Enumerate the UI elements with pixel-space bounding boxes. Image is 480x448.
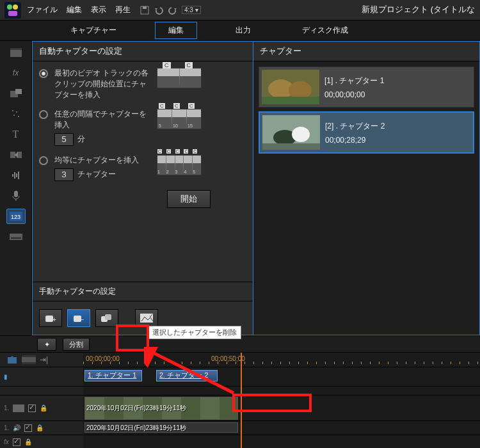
- svg-point-40: [292, 127, 310, 142]
- menu-file[interactable]: ファイル: [27, 4, 58, 15]
- remove-all-chapters-button[interactable]: [95, 309, 118, 327]
- track-number: 1.: [4, 424, 9, 431]
- track-view-icon[interactable]: [22, 355, 36, 364]
- track-lock-icon[interactable]: 🔒: [36, 424, 44, 431]
- svg-rect-46: [13, 404, 24, 412]
- svg-rect-18: [16, 173, 17, 177]
- manual-chapter-header: 手動チャプターの設定: [33, 282, 253, 301]
- audio-clip[interactable]: 2020年10月02日(Fri)23時19分11秒: [84, 422, 238, 433]
- tool-chapters-icon[interactable]: 123: [6, 209, 26, 224]
- app-logo-icon: [4, 1, 22, 19]
- chapter-marker[interactable]: 1. チャプター 1: [84, 370, 142, 381]
- video-track-icon: [13, 404, 24, 412]
- tooltip-remove-chapter: 選択したチャプターを削除: [148, 326, 241, 339]
- radio-evenly[interactable]: [39, 156, 48, 165]
- clip-label: 2020年10月02日(Fri)23時19分11秒: [86, 404, 186, 413]
- menu-view[interactable]: 表示: [91, 4, 106, 15]
- svg-rect-3: [8, 11, 17, 16]
- aspect-selector[interactable]: 4:3 ▾: [182, 6, 201, 14]
- svg-point-11: [16, 111, 17, 113]
- aspect-label: 4:3: [184, 6, 193, 13]
- svg-rect-16: [12, 174, 13, 177]
- start-button[interactable]: 開始: [167, 190, 211, 208]
- track-visible-checkbox[interactable]: [28, 404, 36, 412]
- track-visible-checkbox[interactable]: [13, 438, 20, 446]
- chapter-item[interactable]: [1] . チャプター 1 00;00;00;00: [259, 67, 474, 108]
- svg-rect-42: [8, 357, 17, 364]
- svg-point-36: [289, 81, 312, 99]
- svg-text:123: 123: [11, 214, 20, 220]
- video-clip[interactable]: 2020年10月02日(Fri)23時19分11秒: [84, 397, 238, 420]
- chapter-label: [1] . チャプター 1: [324, 76, 384, 86]
- interval-unit: 分: [77, 134, 85, 145]
- audio-track-icon: 🔊: [13, 424, 20, 431]
- chapters-header: チャプター: [253, 42, 479, 61]
- chapter-timecode: 00;00;00;00: [324, 90, 384, 99]
- chapter-thumb-icon: [262, 70, 319, 104]
- tab-output[interactable]: 出力: [223, 22, 264, 38]
- svg-rect-25: [11, 237, 21, 239]
- chapter-timecode: 00;00;28;29: [325, 136, 385, 145]
- svg-rect-41: [262, 143, 320, 150]
- option-evenly-thumb: 12345: [157, 155, 202, 175]
- radio-each-clip[interactable]: [39, 69, 48, 78]
- svg-point-2: [13, 4, 18, 10]
- chapter-thumb-icon: [262, 115, 320, 150]
- save-icon[interactable]: [140, 5, 150, 15]
- svg-text:✓: ✓: [149, 313, 154, 319]
- tool-subtitle-icon[interactable]: [6, 229, 26, 244]
- svg-rect-17: [14, 172, 15, 179]
- svg-text:−: −: [81, 316, 84, 323]
- svg-rect-7: [10, 48, 22, 50]
- svg-rect-9: [15, 89, 22, 94]
- split-button[interactable]: 分割: [63, 338, 90, 351]
- tab-capture[interactable]: キャプチャー: [58, 22, 129, 38]
- tool-voice-icon[interactable]: [6, 188, 26, 204]
- svg-rect-5: [143, 6, 147, 9]
- option-each-clip-thumb: [157, 68, 202, 88]
- option-each-clip-label: 最初のビデオ トラックの各クリップの開始位置にチャプターを挿入: [54, 68, 150, 100]
- track-marker-icon: ▮: [4, 373, 8, 380]
- remove-chapter-button[interactable]: −: [67, 309, 90, 327]
- window-title: 新規プロジェクト (タイトルな: [362, 4, 475, 15]
- add-chapter-button[interactable]: +: [39, 309, 62, 327]
- clip-label: 2020年10月02日(Fri)23時19分11秒: [86, 424, 186, 433]
- track-visible-checkbox[interactable]: [24, 424, 32, 432]
- track-lock-icon[interactable]: 🔒: [40, 404, 47, 412]
- evenly-unit: チャプター: [77, 169, 116, 180]
- menu-play[interactable]: 再生: [115, 4, 131, 15]
- evenly-input[interactable]: [54, 168, 74, 181]
- fx-wand-button[interactable]: ✦: [37, 338, 56, 351]
- tab-edit[interactable]: 編集: [155, 22, 197, 39]
- tab-disc[interactable]: ディスク作成: [289, 22, 361, 38]
- tool-title-icon[interactable]: T: [6, 127, 26, 142]
- option-interval-label: 任意の間隔でチャプターを挿入: [54, 109, 150, 131]
- radio-interval[interactable]: [39, 110, 48, 119]
- tool-audio-icon[interactable]: [6, 168, 26, 183]
- tool-media-icon[interactable]: [6, 45, 26, 60]
- option-evenly-label: 均等にチャプターを挿入: [54, 155, 150, 166]
- chapter-label: [2] . チャプター 2: [325, 121, 385, 132]
- undo-icon[interactable]: [154, 5, 164, 15]
- interval-input[interactable]: [54, 133, 74, 146]
- track-number: 1.: [4, 404, 9, 412]
- svg-rect-20: [14, 191, 18, 197]
- timeline-settings-icon[interactable]: [6, 355, 18, 365]
- svg-rect-45: [22, 362, 36, 364]
- svg-rect-44: [22, 355, 36, 357]
- chapter-marker[interactable]: 2. チャプター 2: [156, 370, 218, 381]
- tool-transition-icon[interactable]: [6, 147, 26, 163]
- auto-chapter-header: 自動チャプターの設定: [33, 42, 253, 61]
- svg-point-13: [18, 116, 19, 117]
- tool-fx-icon[interactable]: fx: [6, 65, 26, 81]
- track-lock-icon[interactable]: 🔒: [24, 438, 32, 445]
- redo-icon[interactable]: [168, 5, 178, 15]
- set-thumbnail-button[interactable]: ✓: [135, 309, 158, 327]
- svg-rect-19: [18, 172, 19, 179]
- tool-particle-icon[interactable]: [6, 106, 26, 122]
- svg-rect-0: [4, 2, 21, 19]
- tool-pip-icon[interactable]: [6, 86, 26, 101]
- menu-edit[interactable]: 編集: [67, 4, 82, 15]
- playhead[interactable]: [241, 353, 242, 448]
- chapter-item[interactable]: [2] . チャプター 2 00;00;28;29: [259, 111, 474, 154]
